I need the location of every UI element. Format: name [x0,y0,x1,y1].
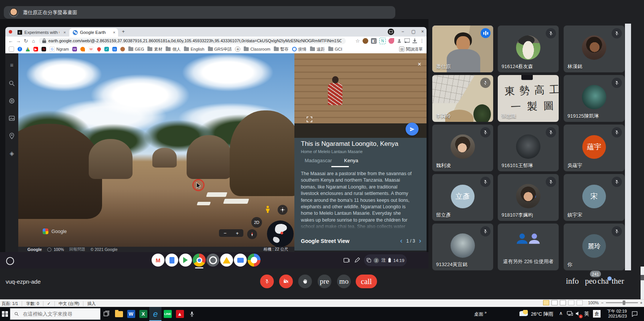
layers-icon[interactable]: ◈ [8,150,15,157]
print-layout-icon[interactable] [551,300,558,305]
search-icon[interactable] [8,80,15,87]
bookmark-yiqing[interactable]: 疫情 [292,46,307,52]
participant-tile[interactable]: 宋 鎮宇宋 [564,174,625,221]
outline-view-icon[interactable] [568,300,574,305]
my-location-icon[interactable] [278,205,288,215]
reload-icon[interactable]: ↻ [22,38,30,44]
back-icon[interactable]: ← [7,38,14,44]
excel-icon[interactable]: X [137,307,149,321]
internet-explorer-icon[interactable]: e [149,307,161,321]
extension-chat-icon[interactable]: ◧ [371,38,377,44]
browser-menu-icon[interactable]: ⋮ [420,38,424,43]
taskbar-search[interactable] [10,308,101,320]
desktop-toolbar[interactable]: 桌面 » [474,310,487,318]
people-button[interactable]: peo [585,276,596,286]
taskbar-clock[interactable]: 下午 02:19 2021/6/23 [604,309,627,319]
word-word-count[interactable]: 字數: 0 [22,301,43,306]
stylus-icon[interactable] [354,257,360,263]
participants-scrollbar[interactable] [625,24,631,270]
participant-tile[interactable]: 919125陳凱琳 [564,75,625,122]
participant-tile[interactable]: 魏利凌 [432,125,493,171]
compass-icon[interactable] [247,229,257,239]
input-language[interactable]: 英 [584,310,589,317]
bookmark-maps-pin-icon[interactable] [97,47,101,51]
read-mode-icon[interactable] [543,300,549,305]
bookmark-folder-zancun[interactable]: 暫存 [274,46,289,52]
mic-toggle-button[interactable] [260,275,274,288]
tab-madagascar[interactable]: Madagascar [305,158,332,163]
drive-icon[interactable] [220,254,233,267]
bookmark-folder-grs[interactable]: GRS申請 [208,46,232,52]
raise-hand-button[interactable] [298,275,312,288]
participant-tile[interactable]: 918107李姵昀 [498,174,559,221]
word-insert-mode[interactable]: 插入 [83,301,99,306]
download-icon[interactable] [412,38,417,43]
zoom-slider[interactable] [606,302,638,303]
extension-paw-icon[interactable] [363,38,368,44]
street-view-photo[interactable]: Google 2D − + [18,53,294,247]
home-icon[interactable]: ⌂ [30,38,37,44]
prev-page-icon[interactable]: ‹ [400,237,403,245]
zoom-in-icon[interactable]: + [236,230,239,236]
gmail-icon[interactable]: M [152,254,165,267]
zoom-slider-thumb[interactable] [623,300,625,305]
menu-icon[interactable]: ≡ [8,62,15,69]
bookmark-page-icon[interactable] [9,46,14,52]
bookmark-folder-geg[interactable]: GEG [128,47,144,51]
profile-icon[interactable] [397,38,402,43]
more-options-button[interactable]: mo [337,275,351,288]
window-switch-icon[interactable] [344,257,350,264]
other-button[interactable]: ther [612,276,624,286]
zoom-out-icon[interactable]: − [224,230,227,236]
close-window-button[interactable]: × [421,29,424,34]
reading-list-button[interactable]: ▤閱讀清單 [399,46,423,52]
address-bar[interactable]: earth.google.com/web/@-2.8635159,37.9038… [39,38,346,44]
2d-mode-button[interactable]: 2D [251,217,262,228]
bookmark-youtube-icon[interactable]: ▶ [34,47,38,51]
zoom-control[interactable]: − + [219,229,243,237]
bookmark-netflix-icon[interactable]: N [42,47,46,51]
word-page-count[interactable]: 頁面: 1/1 [0,301,22,306]
bookmark-drive-icon[interactable] [26,47,30,51]
share-button[interactable] [406,123,419,136]
bookmark-folder-sucai[interactable]: 素材 [147,46,162,52]
bookmark-misc-icon[interactable] [120,47,125,51]
pin-icon[interactable] [8,133,15,139]
tab-google-earth[interactable]: Google Earth × [69,28,118,37]
end-call-button[interactable]: call [356,275,377,288]
chrome-icon[interactable] [193,254,206,267]
bookmark-facebook-icon[interactable]: f [18,47,22,51]
weather-text[interactable]: 26°C 陣雨 [531,311,553,318]
recorder-app-icon[interactable] [186,307,198,321]
tray-expand-icon[interactable]: ∧ [559,310,563,316]
file-explorer-icon[interactable] [113,307,125,321]
bookmark-wikipedia-icon[interactable]: W [72,47,77,51]
maximize-window-button[interactable]: ▢ [411,29,415,34]
proofing-check-icon[interactable]: ✓ [43,301,55,306]
status-tray[interactable]: 2 注 14:19 [364,254,407,266]
participant-tile[interactable]: 913224黃宣銘 [432,224,493,270]
present-button[interactable]: pre [318,275,331,288]
bookmark-gmail-icon[interactable]: M [88,46,94,52]
docs-icon[interactable] [165,254,178,267]
bookmark-folder-geren[interactable]: 個人 [166,46,181,52]
camera-toggle-button[interactable] [279,275,293,288]
acrobat-icon[interactable]: ▲ [174,307,186,321]
bookmark-folder-yuanju[interactable]: 遠距 [310,46,325,52]
participant-tile[interactable]: 東勢高工 一製圖 張志隆 [498,75,559,122]
bookmark-folder-gci[interactable]: GCI [328,47,342,51]
tab-kenya[interactable]: Kenya [344,158,358,163]
participant-tile[interactable]: 蘊宇 吳蘊宇 [564,125,625,171]
volume-muted-icon[interactable]: × [575,311,581,318]
zoom-in-icon[interactable]: + [640,300,642,305]
participant-tile[interactable]: 李真玲 [432,75,493,122]
forward-icon[interactable]: → [14,38,22,44]
bookmark-globe-icon[interactable]: ⊕ [235,46,240,52]
extension-pink-icon[interactable] [388,38,394,44]
new-tab-button[interactable]: + [122,29,125,34]
close-tab-icon[interactable]: × [113,30,115,35]
next-page-icon[interactable]: › [419,237,421,245]
word-icon[interactable]: W [125,307,137,321]
pegman-icon[interactable] [265,206,270,213]
voyager-icon[interactable] [8,97,15,104]
